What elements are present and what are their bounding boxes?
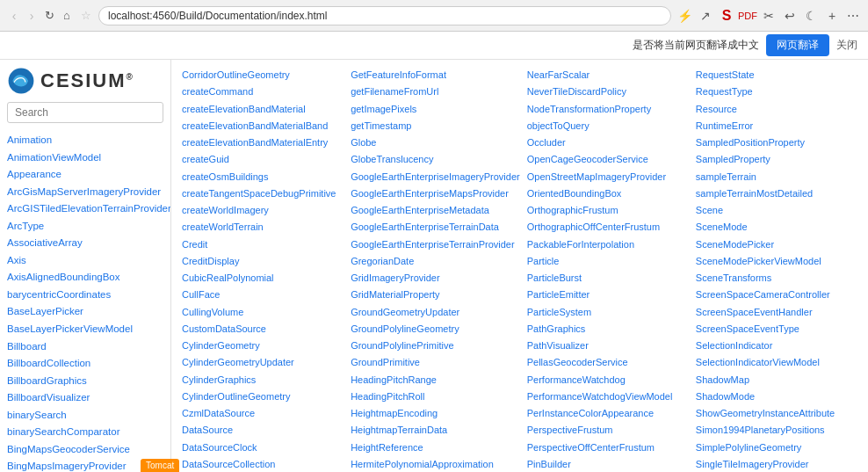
content-link[interactable]: RequestState: [696, 67, 857, 84]
content-link[interactable]: GridMaterialProperty: [351, 287, 520, 303]
sidebar-link[interactable]: AssociativeArray: [7, 235, 163, 252]
content-link[interactable]: Credit: [182, 236, 344, 253]
content-link[interactable]: HermitePolynomialApproximation: [351, 456, 520, 472]
content-link[interactable]: Globe: [351, 134, 520, 151]
sidebar-link[interactable]: ArcType: [7, 218, 163, 236]
content-link[interactable]: OrthographicOffCenterFrustum: [527, 219, 689, 236]
content-link[interactable]: ScreenSpaceEventType: [696, 321, 857, 338]
content-link[interactable]: GroundGeometryUpdater: [351, 304, 520, 321]
content-link[interactable]: CorridorOutlineGeometry: [182, 67, 344, 84]
content-link[interactable]: CylinderGeometry: [182, 338, 344, 354]
content-link[interactable]: getImagePixels: [351, 101, 520, 118]
content-link[interactable]: sampleTerrainMostDetailed: [696, 185, 857, 202]
sidebar-link[interactable]: Appearance: [7, 166, 163, 184]
content-link[interactable]: OpenCageGeocoderService: [527, 151, 689, 168]
content-link[interactable]: CylinderOutlineGeometry: [182, 388, 344, 405]
content-link[interactable]: CreditDisplay: [182, 253, 344, 270]
content-link[interactable]: HeadingPitchRange: [351, 372, 520, 388]
content-link[interactable]: Simon1994PlanetaryPositions: [696, 422, 857, 439]
address-bar[interactable]: localhost:4560/Build/Documentation/index…: [98, 6, 671, 25]
content-link[interactable]: PerformanceWatchdogViewModel: [527, 388, 689, 405]
content-link[interactable]: HeightmapEncoding: [351, 405, 520, 422]
content-link[interactable]: Particle: [527, 253, 689, 270]
content-link[interactable]: GlobeTranslucency: [351, 151, 520, 168]
content-link[interactable]: ParticleSystem: [527, 304, 689, 321]
content-link[interactable]: createElevationBandMaterialEntry: [182, 134, 344, 151]
content-link[interactable]: SceneModePickerViewModel: [696, 253, 857, 270]
content-link[interactable]: CylinderGeometryUpdater: [182, 354, 344, 371]
content-link[interactable]: Occluder: [527, 134, 689, 151]
sidebar-link[interactable]: AxisAlignedBoundingBox: [7, 269, 163, 287]
sidebar-link[interactable]: Animation: [7, 132, 163, 149]
content-link[interactable]: HeightmapTerrainData: [351, 422, 520, 439]
content-link[interactable]: DataSourceCollection: [182, 456, 344, 472]
content-link[interactable]: SampledPositionProperty: [696, 134, 857, 151]
sidebar-link[interactable]: BingMapsGeocoderService: [7, 441, 163, 459]
content-link[interactable]: GoogleEarthEnterpriseTerrainData: [351, 219, 520, 236]
sidebar-link[interactable]: BillboardCollection: [7, 355, 163, 373]
content-link[interactable]: ShadowMode: [696, 388, 857, 405]
content-link[interactable]: GroundPrimitive: [351, 354, 520, 371]
sidebar-link[interactable]: Billboard: [7, 338, 163, 356]
forward-button[interactable]: ›: [25, 9, 39, 23]
content-link[interactable]: objectToQuery: [527, 118, 689, 134]
content-link[interactable]: CullFace: [182, 287, 344, 303]
content-link[interactable]: createOsmBuildings: [182, 169, 344, 185]
content-link[interactable]: GoogleEarthEnterpriseMapsProvider: [351, 185, 520, 202]
content-link[interactable]: OrthographicFrustum: [527, 202, 689, 219]
content-link[interactable]: sampleTerrain: [696, 169, 857, 185]
content-link[interactable]: Scene: [696, 202, 857, 219]
content-link[interactable]: PerformanceWatchdog: [527, 372, 689, 388]
bookmark-button[interactable]: ☆: [79, 9, 93, 23]
content-link[interactable]: PathVisualizer: [527, 338, 689, 354]
sidebar-link[interactable]: barycentricCoordinates: [7, 287, 163, 304]
moon-icon[interactable]: ☾: [803, 8, 819, 24]
content-link[interactable]: GridImageryProvider: [351, 270, 520, 287]
content-link[interactable]: SceneMode: [696, 219, 857, 236]
content-link[interactable]: getFilenameFromUrl: [351, 84, 520, 100]
content-link[interactable]: SelectionIndicator: [696, 338, 857, 354]
undo-icon[interactable]: ↩: [782, 8, 798, 24]
content-link[interactable]: PellasGeocoderService: [527, 354, 689, 371]
sidebar-link[interactable]: AnimationViewModel: [7, 149, 163, 167]
content-link[interactable]: SingleTileImageryProvider: [696, 456, 857, 472]
content-link[interactable]: ParticleEmitter: [527, 287, 689, 303]
content-link[interactable]: HeadingPitchRoll: [351, 388, 520, 405]
content-link[interactable]: GroundPolylineGeometry: [351, 321, 520, 338]
content-link[interactable]: GregorianDate: [351, 253, 520, 270]
content-link[interactable]: SceneModePicker: [696, 236, 857, 253]
content-link[interactable]: createElevationBandMaterialBand: [182, 118, 344, 134]
content-link[interactable]: NeverTileDiscardPolicy: [527, 84, 689, 100]
content-link[interactable]: NodeTransformationProperty: [527, 101, 689, 118]
content-link[interactable]: PackableForInterpolation: [527, 236, 689, 253]
close-translation-button[interactable]: 关闭: [836, 38, 857, 53]
content-link[interactable]: DataSourceClock: [182, 439, 344, 456]
content-link[interactable]: CylinderGraphics: [182, 372, 344, 388]
translate-button[interactable]: 网页翻译: [766, 34, 829, 56]
content-link[interactable]: createWorldImagery: [182, 202, 344, 219]
sidebar-link[interactable]: Axis: [7, 252, 163, 270]
content-link[interactable]: CubicRealPolynomial: [182, 270, 344, 287]
content-link[interactable]: PathGraphics: [527, 321, 689, 338]
menu-icon[interactable]: ⋯: [845, 8, 861, 24]
content-link[interactable]: SceneTransforms: [696, 270, 857, 287]
content-link[interactable]: createTangentSpaceDebugPrimitive: [182, 185, 344, 202]
content-link[interactable]: GoogleEarthEnterpriseTerrainProvider: [351, 236, 520, 253]
sidebar-link[interactable]: BillboardGraphics: [7, 373, 163, 390]
content-link[interactable]: SampledProperty: [696, 151, 857, 168]
sidebar-link[interactable]: ArcGisMapServerImageryProvider: [7, 184, 163, 201]
sidebar-link[interactable]: binarySearchComparator: [7, 424, 163, 441]
extensions-icon[interactable]: ⚡: [676, 8, 692, 24]
refresh-button[interactable]: ↻: [42, 9, 56, 23]
content-link[interactable]: DataSource: [182, 422, 344, 439]
content-link[interactable]: RuntimeError: [696, 118, 857, 134]
content-link[interactable]: PinBuilder: [527, 456, 689, 472]
s-icon[interactable]: S: [719, 8, 734, 24]
content-link[interactable]: createGuid: [182, 151, 344, 168]
content-link[interactable]: GroundPolylinePrimitive: [351, 338, 520, 354]
content-link[interactable]: ShowGeometryInstanceAttribute: [696, 405, 857, 422]
back-button[interactable]: ‹: [7, 9, 21, 23]
content-link[interactable]: OrientedBoundingBox: [527, 185, 689, 202]
content-link[interactable]: ScreenSpaceCameraController: [696, 287, 857, 303]
sidebar-link[interactable]: BaseLayerPickerViewModel: [7, 321, 163, 338]
